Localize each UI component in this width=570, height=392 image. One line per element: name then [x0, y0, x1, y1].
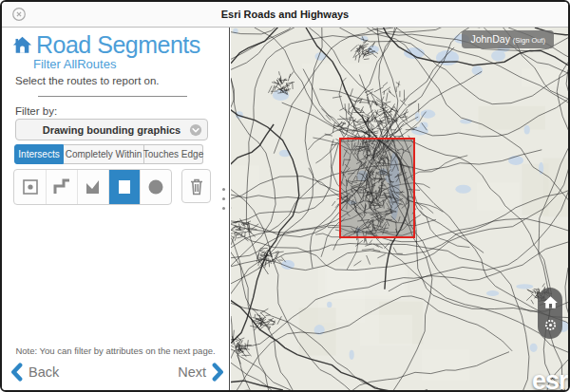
- back-label: Back: [28, 364, 59, 380]
- app-title: Esri Roads and Highways: [2, 2, 568, 27]
- polyline-icon: [51, 177, 72, 197]
- point-icon: [20, 177, 41, 197]
- panel-resize-handle[interactable]: [220, 186, 227, 212]
- home-icon: [12, 35, 32, 55]
- esri-logo: esri: [532, 366, 568, 390]
- draw-circle-tool[interactable]: [140, 170, 171, 204]
- next-button[interactable]: Next: [178, 363, 225, 382]
- page-title: Road Segments: [36, 31, 200, 59]
- clear-graphics-button[interactable]: [181, 169, 211, 203]
- gps-locate-icon: [542, 317, 559, 333]
- side-panel: Road Segments Filter AllRoutes Select th…: [2, 28, 230, 390]
- polygon-icon: [83, 177, 104, 197]
- draw-polygon-tool[interactable]: [77, 170, 108, 204]
- divider: [38, 96, 187, 97]
- tab-touches-edge[interactable]: Touches Edge: [144, 144, 203, 164]
- app-window: Esri Roads and Highways Road Segments Fi…: [0, 0, 570, 392]
- selection-rectangle-graphic: [339, 138, 415, 238]
- chevron-left-icon: [10, 363, 24, 382]
- draw-tool-group: [13, 169, 172, 205]
- note-text: Note: You can filter by attributes on th…: [2, 345, 229, 356]
- gps-locate-button[interactable]: [538, 314, 562, 335]
- user-name: JohnDay: [470, 33, 509, 45]
- back-button[interactable]: Back: [10, 363, 59, 382]
- sign-out-label: (Sign Out): [513, 36, 545, 45]
- filter-by-label: Filter by:: [15, 105, 57, 117]
- next-label: Next: [178, 364, 206, 380]
- draw-point-tool[interactable]: [14, 170, 46, 204]
- filter-method-dropdown[interactable]: Drawing bounding graphics: [15, 119, 208, 140]
- chevron-down-icon: [189, 123, 202, 137]
- user-sign-out-button[interactable]: JohnDay (Sign Out): [462, 30, 554, 48]
- home-icon: [542, 294, 559, 310]
- circle-icon: [145, 177, 166, 197]
- panel-header: Road Segments: [12, 31, 200, 59]
- map-view[interactable]: JohnDay (Sign Out) esri: [231, 28, 568, 390]
- draw-polyline-tool[interactable]: [46, 170, 77, 204]
- close-icon[interactable]: [11, 7, 27, 22]
- draw-toolbar: [13, 169, 211, 205]
- trash-icon: [186, 176, 207, 196]
- instruction-text: Select the routes to report on.: [15, 75, 160, 86]
- draw-rectangle-tool[interactable]: [108, 170, 140, 204]
- title-bar: Esri Roads and Highways: [2, 2, 568, 28]
- filter-method-value: Drawing bounding graphics: [43, 124, 180, 136]
- map-controls: [538, 288, 562, 339]
- tab-completely-within[interactable]: Completely Within: [64, 144, 144, 164]
- tab-intersects[interactable]: Intersects: [14, 144, 64, 164]
- rectangle-icon: [114, 177, 135, 197]
- home-extent-button[interactable]: [538, 291, 562, 312]
- spatial-relation-tabs: Intersects Completely Within Touches Edg…: [14, 144, 203, 164]
- page-subtitle: Filter AllRoutes: [33, 57, 116, 71]
- chevron-right-icon: [211, 363, 225, 382]
